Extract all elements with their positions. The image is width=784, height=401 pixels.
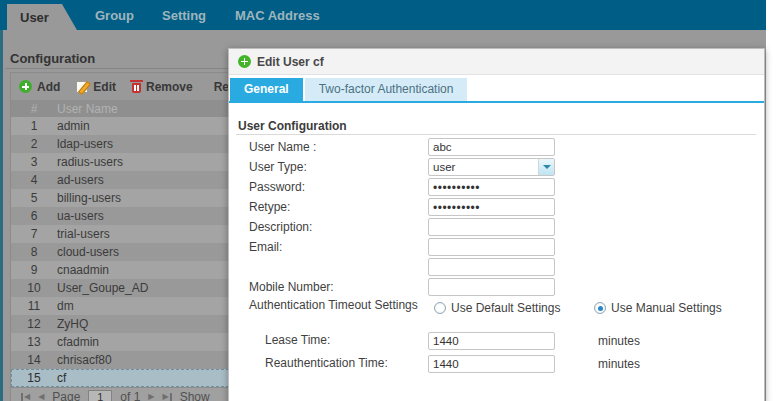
plus-icon: [238, 55, 251, 68]
row-index-cell: 4: [11, 173, 57, 187]
form-row: Password:: [229, 177, 764, 197]
reauthentication-time-input[interactable]: [428, 355, 555, 373]
form-row: User Name :: [229, 137, 764, 157]
dialog-tabs: GeneralTwo-factor Authentication: [229, 78, 764, 103]
password-label: Password:: [249, 181, 428, 194]
edit-button-label: Edit: [93, 80, 116, 94]
auth-timeout-label: Authentication Timeout Settings: [249, 299, 428, 312]
panel-title: Configuration: [10, 51, 95, 66]
last-page-button[interactable]: ▶: [163, 392, 172, 401]
prev-page-button[interactable]: ◀: [38, 392, 44, 401]
tab-two-factor-authentication[interactable]: Two-factor Authentication: [305, 78, 468, 101]
page-of-label: of 1: [120, 390, 140, 401]
lease-time-label: Lease Time:: [249, 334, 428, 347]
row-index-cell: 15: [11, 371, 57, 385]
field-control: [428, 178, 764, 196]
retype-label: Retype:: [249, 201, 428, 214]
lease-time-input[interactable]: [428, 332, 555, 350]
field-control: minutes: [428, 332, 764, 350]
use-default-settings-radio[interactable]: [434, 302, 446, 314]
user-type-select[interactable]: user: [428, 158, 555, 176]
row-index-cell: 13: [11, 335, 57, 349]
user-form: User Name :User Type:userPassword:Retype…: [229, 137, 764, 375]
row-index-cell: 7: [11, 227, 57, 241]
use-default-settings-label: Use Default Settings: [451, 301, 560, 315]
password-input[interactable]: [428, 178, 555, 196]
field-control: [428, 218, 764, 236]
chevron-down-icon[interactable]: [538, 159, 554, 175]
form-row: [229, 257, 764, 277]
column-header-index: #: [11, 102, 57, 116]
field-control: [428, 238, 764, 256]
row-index-cell: 2: [11, 137, 57, 151]
use-manual-settings-radio[interactable]: [594, 302, 606, 314]
add-button-label: Add: [37, 80, 60, 94]
form-row: Retype:: [229, 197, 764, 217]
mobile-number-input[interactable]: [428, 278, 555, 296]
description-input[interactable]: [428, 218, 555, 236]
first-page-button[interactable]: ◀: [21, 392, 30, 401]
use-manual-settings-label: Use Manual Settings: [611, 301, 722, 315]
mobile-number-label: Mobile Number:: [249, 281, 428, 294]
row-index-cell: 10: [11, 281, 57, 295]
use-manual-settings-option[interactable]: Use Manual Settings: [594, 301, 722, 315]
edit-button[interactable]: Edit: [76, 80, 116, 94]
field-control: [428, 198, 764, 216]
add-button[interactable]: Add: [19, 80, 60, 94]
section-divider: [236, 134, 756, 135]
minutes-label: minutes: [598, 334, 640, 348]
top-navigation-bar: UserGroupSettingMAC Address: [0, 0, 766, 30]
reauthentication-time-row: Reauthentication Time:minutes: [229, 352, 764, 375]
row-index-cell: 9: [11, 263, 57, 277]
form-row: Description:: [229, 217, 764, 237]
show-label: Show: [180, 390, 210, 401]
email-label: Email:: [249, 241, 428, 254]
lease-time-row: Lease Time:minutes: [229, 329, 764, 352]
email-2-input[interactable]: [428, 258, 555, 276]
form-row: Email:: [229, 237, 764, 257]
form-row: Mobile Number:: [229, 277, 764, 297]
tab-group[interactable]: Group: [95, 8, 134, 23]
field-control: [428, 278, 764, 296]
minutes-label: minutes: [598, 357, 640, 371]
remove-icon: [132, 83, 141, 93]
auth-timeout-row: Authentication Timeout SettingsUse Defau…: [229, 297, 764, 329]
edit-icon: [76, 81, 88, 93]
page-input[interactable]: [88, 390, 112, 401]
next-page-button[interactable]: ▶: [148, 392, 154, 401]
field-control: minutes: [428, 355, 764, 373]
left-border-strip: [0, 30, 3, 401]
row-index-cell: 1: [11, 119, 57, 133]
form-row: User Type:user: [229, 157, 764, 177]
row-index-cell: 6: [11, 209, 57, 223]
tab-setting[interactable]: Setting: [162, 8, 206, 23]
page-label: Page: [52, 390, 80, 401]
row-index-cell: 12: [11, 317, 57, 331]
dialog-title: Edit User cf: [257, 55, 324, 69]
dialog-body: User Configuration User Name :User Type:…: [229, 103, 764, 401]
add-icon: [19, 80, 32, 93]
row-index-cell: 5: [11, 191, 57, 205]
field-control: user: [428, 158, 764, 176]
field-control: [428, 138, 764, 156]
user-name-input[interactable]: [428, 138, 555, 156]
remove-button[interactable]: Remove: [132, 80, 193, 94]
auth-timeout-options: Use Default SettingsUse Manual Settings: [428, 299, 764, 329]
description-label: Description:: [249, 221, 428, 234]
selected-option-label: user: [433, 161, 455, 173]
tab-mac-address[interactable]: MAC Address: [235, 8, 320, 23]
tab-general[interactable]: General: [230, 78, 303, 101]
retype-input[interactable]: [428, 198, 555, 216]
row-index-cell: 14: [11, 353, 57, 367]
email-input[interactable]: [428, 238, 555, 256]
row-index-cell: 11: [11, 299, 57, 313]
remove-button-label: Remove: [146, 80, 193, 94]
use-default-settings-option[interactable]: Use Default Settings: [434, 301, 560, 315]
field-control: [428, 258, 764, 276]
user-name-label: User Name :: [249, 141, 428, 154]
reauthentication-time-label: Reauthentication Time:: [249, 357, 428, 370]
row-index-cell: 3: [11, 155, 57, 169]
tab-user[interactable]: User: [7, 4, 77, 30]
section-title: User Configuration: [238, 119, 347, 133]
user-type-label: User Type:: [249, 161, 428, 174]
